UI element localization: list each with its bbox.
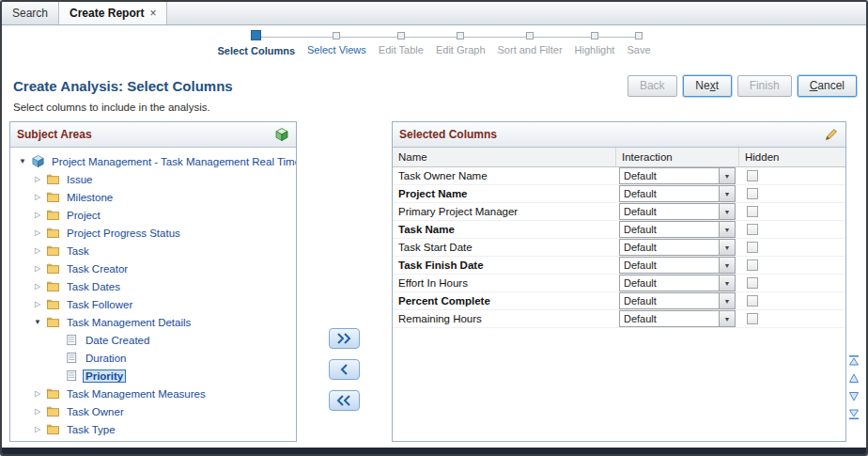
expand-icon[interactable]: ▷ (31, 228, 44, 237)
folder-icon (44, 279, 61, 293)
next-button[interactable]: Next (683, 75, 732, 97)
table-row: Remaining HoursDefault▼ (393, 310, 845, 328)
dropdown-arrow-icon[interactable]: ▼ (719, 168, 735, 183)
back-button: Back (628, 75, 677, 97)
tree-item-milestone[interactable]: ▷Milestone (12, 188, 296, 206)
tree-item-task[interactable]: ▷Task (12, 242, 296, 259)
edit-icon[interactable] (824, 127, 839, 142)
expand-icon[interactable]: ▷ (31, 211, 44, 219)
train-step-label: Highlight (575, 44, 615, 55)
tab-create-report[interactable]: Create Report × (59, 2, 167, 24)
remove-all-left-icon[interactable] (329, 390, 360, 411)
column-name: Remaining Hours (393, 313, 616, 324)
tree-item-project[interactable]: ▷Project (12, 206, 296, 224)
interaction-select[interactable]: Default▼ (619, 203, 736, 220)
tree-item-project-progress-status[interactable]: ▷Project Progress Status (12, 224, 296, 242)
subject-area-icon (29, 154, 46, 168)
interaction-cell: Default▼ (616, 185, 739, 202)
close-icon[interactable]: × (149, 7, 156, 20)
expand-icon[interactable]: ▷ (31, 425, 44, 433)
expand-icon[interactable]: ▷ (31, 175, 44, 183)
tree-item-task-management-details[interactable]: ▼Task Management Details (12, 313, 296, 331)
train-step-marker (457, 32, 464, 39)
interaction-select[interactable]: Default▼ (619, 167, 736, 184)
expand-icon[interactable]: ▷ (31, 389, 44, 398)
tree-item-issue[interactable]: ▷Issue (12, 170, 296, 188)
tab-create-report-label: Create Report (70, 7, 144, 20)
interaction-select[interactable]: Default▼ (619, 257, 736, 274)
hidden-checkbox[interactable] (747, 224, 758, 235)
column-name: Task Owner Name (393, 170, 616, 181)
tree-item-task-owner[interactable]: ▷Task Owner (12, 402, 296, 420)
train-step-marker (333, 32, 340, 39)
move-down-icon[interactable] (847, 390, 860, 402)
train-step-save: Save (627, 32, 650, 55)
expand-icon[interactable]: ▷ (31, 246, 44, 255)
dropdown-arrow-icon[interactable]: ▼ (719, 186, 735, 201)
dropdown-arrow-icon[interactable]: ▼ (719, 311, 735, 326)
train-step-label: Sort and Filter (498, 44, 563, 55)
interaction-select[interactable]: Default▼ (619, 292, 736, 309)
tab-search[interactable]: Search (2, 2, 59, 24)
tree-item-label: Milestone (64, 191, 116, 204)
expand-icon[interactable]: ▷ (31, 282, 44, 291)
hidden-checkbox[interactable] (747, 295, 758, 307)
collapse-icon[interactable]: ▼ (31, 318, 44, 326)
cancel-button[interactable]: Cancel (798, 75, 857, 97)
interaction-value: Default (620, 204, 719, 219)
refresh-subject-areas-icon[interactable] (274, 127, 289, 142)
tree-item-priority[interactable]: Priority (12, 367, 296, 385)
tree-item-task-follower[interactable]: ▷Task Follower (12, 295, 296, 313)
shuttle-buttons (297, 121, 391, 442)
column-name: Task Finish Date (393, 259, 616, 271)
hidden-checkbox[interactable] (747, 259, 758, 271)
selected-columns-header: Selected Columns (393, 122, 845, 148)
interaction-cell: Default▼ (616, 257, 739, 274)
tree-item-task-type[interactable]: ▷Task Type (12, 420, 296, 438)
interaction-select[interactable]: Default▼ (619, 239, 736, 256)
collapse-icon[interactable]: ▼ (16, 157, 29, 165)
tree-item-task-creator[interactable]: ▷Task Creator (12, 259, 296, 277)
dropdown-arrow-icon[interactable]: ▼ (719, 258, 735, 273)
remove-selected-left-icon[interactable] (329, 359, 360, 380)
move-to-bottom-icon[interactable] (847, 408, 860, 420)
tree-item-date-created[interactable]: Date Created (12, 331, 296, 349)
hidden-checkbox[interactable] (747, 313, 758, 324)
column-icon (63, 351, 80, 365)
tree-item-label: Task Management Measures (64, 387, 209, 401)
interaction-value: Default (620, 168, 719, 183)
hidden-checkbox[interactable] (747, 188, 758, 199)
train-step-marker (526, 32, 534, 39)
expand-icon[interactable]: ▷ (31, 300, 44, 308)
hidden-checkbox[interactable] (747, 242, 758, 253)
train-step-select-columns[interactable]: Select Columns (218, 32, 296, 56)
dropdown-arrow-icon[interactable]: ▼ (719, 240, 735, 255)
train-step-select-views[interactable]: Select Views (307, 32, 366, 55)
dropdown-arrow-icon[interactable]: ▼ (719, 293, 735, 308)
move-up-icon[interactable] (847, 372, 860, 385)
expand-icon[interactable]: ▷ (31, 193, 44, 201)
tree-item-duration[interactable]: Duration (12, 349, 296, 367)
interaction-select[interactable]: Default▼ (619, 275, 736, 291)
expand-icon[interactable]: ▷ (31, 264, 44, 273)
move-selected-right-icon[interactable] (329, 328, 360, 349)
column-header-interaction[interactable]: Interaction (616, 148, 739, 166)
tree-item-task-dates[interactable]: ▷Task Dates (12, 277, 296, 295)
hidden-checkbox[interactable] (747, 170, 758, 181)
table-row: Task Finish DateDefault▼ (393, 257, 845, 275)
dropdown-arrow-icon[interactable]: ▼ (719, 222, 735, 237)
dropdown-arrow-icon[interactable]: ▼ (719, 204, 735, 219)
interaction-select[interactable]: Default▼ (619, 221, 736, 238)
hidden-checkbox[interactable] (747, 206, 758, 217)
column-header-hidden[interactable]: Hidden (739, 148, 845, 166)
interaction-select[interactable]: Default▼ (619, 310, 736, 327)
interaction-select[interactable]: Default▼ (619, 185, 736, 202)
tree-item-project-management-task-management-real-time[interactable]: ▼Project Management - Task Management Re… (12, 152, 296, 170)
train-step-marker (591, 32, 598, 39)
move-to-top-icon[interactable] (847, 354, 860, 367)
expand-icon[interactable]: ▷ (31, 407, 44, 416)
hidden-checkbox[interactable] (747, 277, 758, 289)
column-header-name[interactable]: Name (393, 148, 616, 166)
tree-item-task-management-measures[interactable]: ▷Task Management Measures (12, 385, 296, 402)
dropdown-arrow-icon[interactable]: ▼ (719, 275, 735, 291)
